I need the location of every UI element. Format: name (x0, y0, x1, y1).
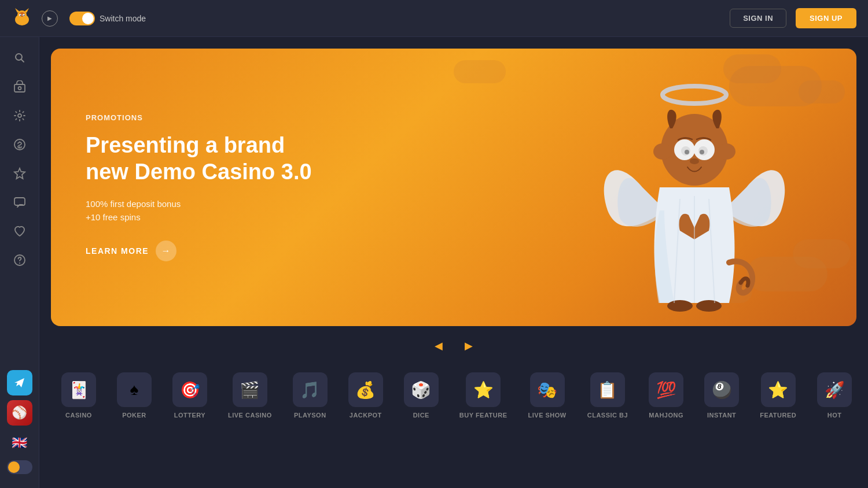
slider-controls: ◀ ▶ (51, 335, 856, 356)
switch-mode-label: Switch mode (100, 14, 146, 23)
category-item-instant[interactable]: 🎱 INSTANT (694, 365, 749, 426)
category-icon-lottery: 🎯 (172, 372, 207, 407)
category-label-casino: CASINO (65, 412, 92, 419)
slider-prev-button[interactable]: ◀ (431, 338, 447, 354)
category-label-dice: DICE (413, 412, 429, 419)
category-label-featured: FEATURED (760, 412, 796, 419)
svg-point-29 (690, 158, 699, 164)
hero-title: Presenting a brand new Demo Casino 3.0 (86, 132, 329, 185)
category-item-lottery[interactable]: 🎯 LOTTERY (162, 365, 218, 426)
category-icon-poker: ♠ (117, 372, 152, 407)
svg-point-18 (19, 263, 20, 264)
svg-rect-11 (14, 84, 25, 92)
sidebar-promotions[interactable] (7, 161, 32, 186)
learn-more-label: LEARN MORE (86, 246, 149, 256)
category-item-hot[interactable]: 🚀 HOT (807, 365, 856, 426)
sidebar-telegram-link[interactable] (7, 370, 32, 395)
hero-bonus-line2: +10 free spins (86, 212, 329, 222)
sidebar-bottom: ⚾ 🇬🇧 (7, 370, 32, 480)
category-icon-instant: 🎱 (704, 372, 739, 407)
category-item-buy-feature[interactable]: ⭐ BUY FEATURE (449, 365, 518, 426)
svg-marker-15 (14, 168, 25, 179)
main-layout: ⚾ 🇬🇧 PROMOTIONS Presenting a bran (0, 37, 868, 488)
sidebar: ⚾ 🇬🇧 (0, 37, 39, 488)
category-icon-live-show: 🎭 (530, 372, 565, 407)
switch-mode-toggle[interactable]: Switch mode (69, 12, 146, 25)
svg-point-13 (18, 114, 21, 117)
category-icon-classic-bj: 📋 (590, 372, 625, 407)
svg-point-31 (696, 300, 722, 312)
category-icon-mahjong: 💯 (649, 372, 683, 407)
hero-character (373, 49, 856, 326)
svg-line-10 (21, 60, 24, 62)
category-icon-jackpot: 💰 (348, 372, 383, 407)
category-item-classic-bj[interactable]: 📋 CLASSIC BJ (577, 365, 638, 426)
category-item-live-casino[interactable]: 🎬 LIVE CASINO (218, 365, 282, 426)
logo[interactable] (12, 7, 32, 30)
category-item-live-show[interactable]: 🎭 LIVE SHOW (518, 365, 577, 426)
category-label-buy-feature: BUY FEATURE (459, 412, 507, 419)
category-label-hot: HOT (827, 412, 842, 419)
signin-button[interactable]: SIGN IN (730, 9, 786, 28)
category-icon-buy-feature: ⭐ (466, 372, 501, 407)
play-button[interactable]: ▶ (42, 10, 58, 27)
sidebar-theme-toggle[interactable] (7, 460, 32, 474)
learn-more-arrow-icon: → (156, 241, 176, 261)
sidebar-search[interactable] (7, 45, 32, 71)
sidebar-settings[interactable] (7, 103, 32, 128)
sidebar-game-link[interactable]: ⚾ (7, 400, 32, 426)
svg-point-28 (700, 150, 704, 154)
categories-row: 🃏 CASINO ♠ POKER 🎯 LOTTERY 🎬 LIVE CASINO… (51, 365, 856, 426)
sidebar-language[interactable]: 🇬🇧 (7, 430, 32, 456)
category-icon-featured: ⭐ (761, 372, 796, 407)
category-label-playson: PLAYSON (294, 412, 326, 419)
hero-learn-more-button[interactable]: LEARN MORE → (86, 241, 176, 261)
category-item-mahjong[interactable]: 💯 MAHJONG (638, 365, 694, 426)
hero-text-area: PROMOTIONS Presenting a brand new Demo C… (86, 113, 329, 261)
category-icon-playson: 🎵 (293, 372, 328, 407)
signup-button[interactable]: SIGN UP (796, 8, 856, 28)
hero-bonus-line1: 100% first deposit bonus (86, 199, 329, 209)
category-label-lottery: LOTTERY (174, 412, 205, 419)
category-label-jackpot: JACKPOT (350, 412, 382, 419)
sidebar-help[interactable] (7, 247, 32, 273)
category-item-poker[interactable]: ♠ POKER (106, 365, 162, 426)
sidebar-chat[interactable] (7, 190, 32, 215)
svg-point-12 (18, 87, 21, 90)
svg-point-8 (24, 14, 25, 16)
svg-point-22 (717, 143, 735, 160)
hero-banner: PROMOTIONS Presenting a brand new Demo C… (51, 49, 856, 326)
category-icon-dice: 🎲 (404, 372, 439, 407)
topbar: ▶ Switch mode SIGN IN SIGN UP (0, 0, 868, 37)
svg-point-30 (667, 300, 693, 312)
category-icon-casino: 🃏 (61, 372, 96, 407)
category-item-playson[interactable]: 🎵 PLAYSON (282, 365, 338, 426)
category-item-casino[interactable]: 🃏 CASINO (51, 365, 106, 426)
svg-point-27 (685, 150, 689, 154)
sidebar-casino[interactable] (7, 74, 32, 99)
slider-next-button[interactable]: ▶ (461, 338, 477, 354)
category-icon-live-casino: 🎬 (233, 372, 267, 407)
category-item-dice[interactable]: 🎲 DICE (393, 365, 449, 426)
category-item-jackpot[interactable]: 💰 JACKPOT (338, 365, 393, 426)
category-label-poker: POKER (122, 412, 146, 419)
hero-promotions-label: PROMOTIONS (86, 113, 329, 122)
sidebar-favorites[interactable] (7, 219, 32, 244)
category-label-mahjong: MAHJONG (649, 412, 683, 419)
category-label-instant: INSTANT (707, 412, 736, 419)
category-label-live-show: LIVE SHOW (528, 412, 567, 419)
svg-point-19 (663, 86, 726, 103)
category-item-featured[interactable]: ⭐ FEATURED (749, 365, 807, 426)
main-content: PROMOTIONS Presenting a brand new Demo C… (39, 37, 868, 488)
svg-rect-16 (14, 198, 25, 205)
sidebar-balance[interactable] (7, 132, 32, 157)
svg-point-7 (20, 14, 21, 16)
category-label-classic-bj: CLASSIC BJ (587, 412, 628, 419)
svg-point-21 (653, 143, 672, 160)
category-label-live-casino: LIVE CASINO (228, 412, 272, 419)
category-icon-hot: 🚀 (817, 372, 852, 407)
